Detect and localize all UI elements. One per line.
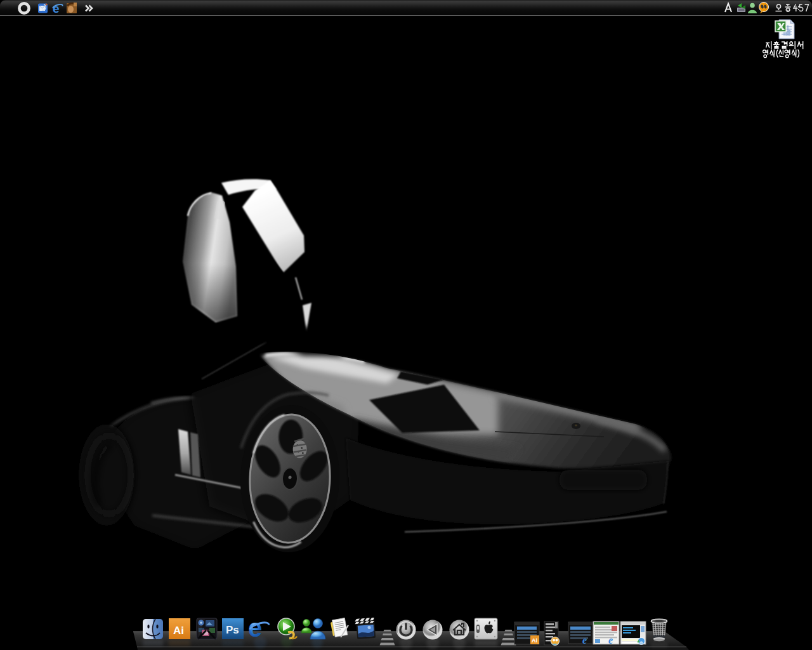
svg-text:Ps: Ps bbox=[226, 624, 239, 636]
svg-text:e: e bbox=[608, 635, 613, 646]
svg-text:e: e bbox=[53, 2, 60, 15]
svg-text:Ai: Ai bbox=[173, 625, 184, 637]
svg-text:e: e bbox=[582, 635, 587, 646]
svg-text:Ai: Ai bbox=[532, 637, 537, 644]
